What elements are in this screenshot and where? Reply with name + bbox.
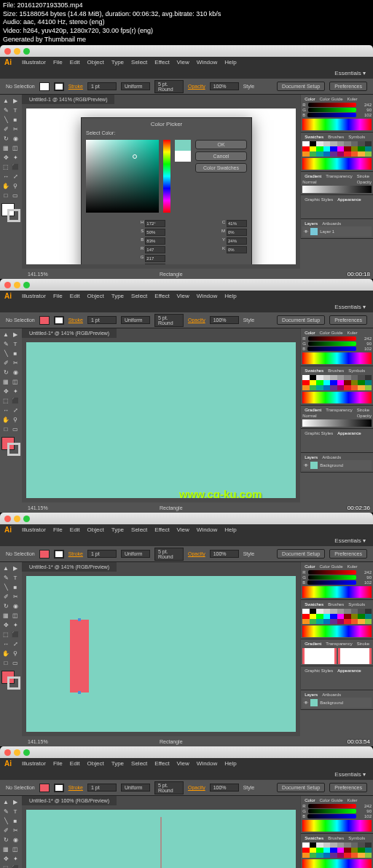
workspace-switcher[interactable]: Essentials ▾ — [334, 537, 366, 544]
tool-icon[interactable]: ✥ — [1, 387, 10, 395]
tool-icon[interactable]: ▦ — [1, 845, 10, 853]
canvas[interactable] — [26, 810, 296, 868]
swatch[interactable] — [330, 380, 337, 385]
tool-icon[interactable]: ✥ — [1, 153, 10, 162]
menu-type[interactable]: Type — [111, 59, 124, 66]
brush[interactable]: 5 pt. Round — [154, 548, 184, 561]
window-titlebar[interactable] — [0, 746, 373, 758]
swatch[interactable] — [316, 151, 323, 157]
tool-icon[interactable]: ◫ — [11, 377, 20, 386]
menu-view[interactable]: View — [177, 59, 189, 66]
color-spectrum[interactable] — [302, 119, 372, 130]
swatch[interactable] — [330, 614, 337, 619]
swatch[interactable] — [351, 385, 358, 390]
swatch[interactable] — [310, 141, 316, 146]
menu-select[interactable]: Select — [131, 59, 147, 66]
window-titlebar[interactable] — [0, 513, 373, 524]
swatch[interactable] — [302, 385, 309, 390]
swatch[interactable] — [330, 151, 337, 157]
swatch[interactable] — [344, 151, 350, 157]
doc-setup-button[interactable]: Document Setup — [277, 82, 325, 91]
swatch[interactable] — [316, 848, 323, 853]
swatch[interactable] — [344, 380, 350, 385]
swatch[interactable] — [337, 151, 344, 157]
fill-stroke-control[interactable] — [1, 203, 20, 222]
menu-help[interactable]: Help — [224, 59, 236, 66]
opacity-field[interactable]: 100% — [210, 784, 239, 792]
swatch[interactable] — [337, 614, 344, 619]
swatch[interactable] — [330, 848, 337, 853]
swatch[interactable] — [323, 614, 330, 619]
close-icon[interactable] — [4, 282, 11, 288]
swatch[interactable] — [302, 619, 309, 624]
swatch-spectrum[interactable] — [302, 626, 372, 637]
menu-help[interactable]: Help — [224, 760, 236, 767]
color-spectrum[interactable] — [302, 352, 372, 364]
tool-icon[interactable]: ▭ — [11, 425, 20, 433]
fill-swatch[interactable] — [39, 784, 50, 792]
layer-row[interactable]: 👁Background — [302, 698, 372, 708]
swatch[interactable] — [302, 375, 309, 380]
swatch[interactable] — [310, 843, 316, 848]
swatch[interactable] — [358, 619, 364, 624]
swatch[interactable] — [316, 375, 323, 380]
menu-edit[interactable]: Edit — [70, 526, 80, 533]
tool-icon[interactable]: ✎ — [1, 807, 10, 816]
swatch[interactable] — [351, 146, 358, 151]
document-tab[interactable]: Untitled-1 @ 141% (RGB/Preview) — [22, 95, 114, 104]
swatch[interactable] — [365, 151, 372, 157]
tool-icon[interactable]: ✐ — [1, 125, 10, 133]
menu-type[interactable]: Type — [111, 760, 124, 767]
swatch[interactable] — [337, 853, 344, 858]
zoom-level[interactable]: 141.15% — [28, 739, 48, 744]
menu-view[interactable]: View — [177, 760, 189, 767]
zoom-level[interactable]: 141.15% — [28, 272, 48, 277]
menu-edit[interactable]: Edit — [70, 293, 80, 299]
opacity-field[interactable]: 100% — [210, 550, 239, 558]
swatch[interactable] — [316, 853, 323, 858]
swatch[interactable] — [330, 853, 337, 858]
swatch[interactable] — [351, 141, 358, 146]
swatch[interactable] — [310, 380, 316, 385]
menu-effect[interactable]: Effect — [154, 59, 169, 66]
swatch[interactable] — [302, 141, 309, 146]
tool-icon[interactable]: ✦ — [11, 387, 20, 395]
tool-icon[interactable]: ╲ — [1, 115, 10, 124]
tool-icon[interactable]: ↻ — [1, 368, 10, 376]
tool-icon[interactable]: ⚲ — [11, 181, 20, 190]
tool-icon[interactable]: ✋ — [1, 415, 10, 424]
swatch[interactable] — [365, 385, 372, 390]
swatch[interactable] — [337, 380, 344, 385]
swatch[interactable] — [302, 853, 309, 858]
tool-icon[interactable]: ✦ — [11, 153, 20, 162]
swatch[interactable] — [365, 853, 372, 858]
ok-button[interactable]: OK — [195, 140, 247, 149]
tool-icon[interactable]: ▲ — [1, 564, 10, 572]
swatch[interactable] — [351, 848, 358, 853]
swatch[interactable] — [302, 380, 309, 385]
swatch[interactable] — [302, 848, 309, 853]
swatch[interactable] — [351, 843, 358, 848]
tool-icon[interactable]: ⬛ — [11, 162, 20, 171]
swatch[interactable] — [344, 385, 350, 390]
color-field[interactable] — [86, 140, 159, 213]
swatch[interactable] — [365, 141, 372, 146]
swatch[interactable] — [344, 146, 350, 151]
swatch[interactable] — [330, 375, 337, 380]
swatch[interactable] — [316, 609, 323, 614]
brush[interactable]: 5 pt. Round — [154, 781, 184, 794]
preferences-button[interactable]: Preferences — [329, 315, 367, 325]
swatch[interactable] — [344, 609, 350, 614]
swatch[interactable] — [351, 151, 358, 157]
hue-slider[interactable] — [163, 140, 170, 213]
swatch[interactable] — [358, 843, 364, 848]
maximize-icon[interactable] — [23, 48, 30, 55]
maximize-icon[interactable] — [23, 516, 30, 522]
swatch[interactable] — [358, 380, 364, 385]
canvas[interactable] — [26, 576, 296, 732]
tool-icon[interactable]: ■ — [11, 583, 20, 591]
stroke-weight[interactable]: 1 pt — [87, 316, 117, 324]
minimize-icon[interactable] — [14, 48, 20, 55]
swatch[interactable] — [365, 843, 372, 848]
document-tab[interactable]: Untitled-1* @ 141% (RGB/Preview) — [22, 328, 117, 338]
